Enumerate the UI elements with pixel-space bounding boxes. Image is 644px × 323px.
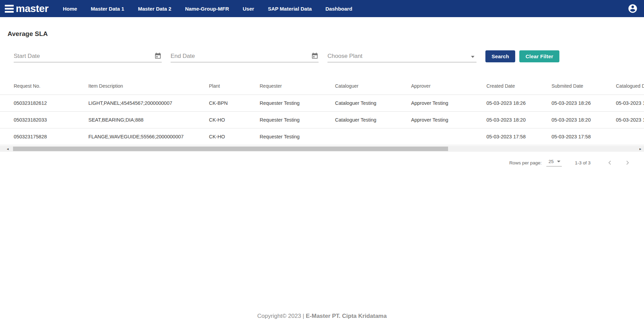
col-header-plant: Plant (209, 77, 260, 95)
cell-approver: Approver Testing (411, 112, 486, 128)
copyright-text: Copyright© 2023 | (257, 313, 306, 319)
top-navbar: master Home Master Data 1 Master Data 2 … (0, 0, 644, 17)
col-header-requester: Requester (260, 77, 335, 95)
end-date-calendar-icon[interactable] (311, 52, 319, 60)
scroll-right-arrow-icon[interactable]: ► (637, 146, 643, 152)
table-header-row: Request No. Item Description Plant Reque… (0, 77, 644, 95)
results-table: Request No. Item Description Plant Reque… (0, 77, 644, 145)
cell-approver: Approver Testing (411, 95, 486, 111)
cell-request-no: 050323175828 (0, 128, 88, 145)
nav-item-user[interactable]: User (243, 6, 254, 12)
nav-item-dashboard[interactable]: Dashboard (325, 6, 352, 12)
nav-item-master-data-2[interactable]: Master Data 2 (138, 6, 172, 12)
cell-created-date: 05-03-2023 17:58 (486, 128, 552, 145)
rows-per-page-value: 25 (548, 159, 554, 164)
start-date-calendar-icon[interactable] (154, 52, 162, 60)
cell-submited-date: 05-03-2023 18:26 (552, 95, 616, 111)
col-header-catalogued-date: Catalogued Date (616, 77, 644, 95)
table-row: 050323182612 LIGHT,PANEL;45454567;200000… (0, 95, 644, 112)
menu-icon[interactable] (5, 5, 14, 13)
choose-plant-placeholder: Choose Plant (327, 53, 362, 60)
search-button[interactable]: Search (485, 50, 515, 62)
account-icon[interactable] (628, 3, 638, 14)
cell-catalogued-date: 05-03-2023 18:20 (616, 112, 644, 128)
cell-request-no: 050323182033 (0, 112, 88, 128)
previous-page-button[interactable] (606, 159, 614, 167)
company-name: E-Master PT. Cipta Kridatama (306, 313, 387, 319)
choose-plant-select[interactable]: Choose Plant (327, 48, 476, 62)
nav-item-master-data-1[interactable]: Master Data 1 (91, 6, 124, 12)
results-table-viewport: Request No. Item Description Plant Reque… (0, 77, 644, 145)
cell-approver (411, 128, 486, 145)
pagination-bar: Rows per page: 25 1-3 of 3 (0, 156, 632, 170)
nav-item-sap-material-data[interactable]: SAP Material Data (268, 6, 312, 12)
cell-cataloguer: Cataloguer Testing (335, 95, 411, 111)
page-title: Average SLA (8, 30, 644, 38)
dropdown-arrow-icon (471, 56, 474, 58)
cell-plant: CK-BPN (209, 95, 260, 111)
end-date-field[interactable] (171, 48, 319, 62)
horizontal-scrollbar[interactable]: ◄ ► (0, 146, 644, 152)
col-header-submited-date: Submited Date (552, 77, 616, 95)
cell-catalogued-date (616, 128, 644, 145)
cell-created-date: 05-03-2023 18:26 (486, 95, 552, 111)
start-date-field[interactable] (14, 48, 162, 62)
cell-cataloguer: Cataloguer Testing (335, 112, 411, 128)
cell-plant: CK-HO (209, 128, 260, 145)
cell-submited-date: 05-03-2023 18:20 (552, 112, 616, 128)
scroll-left-arrow-icon[interactable]: ◄ (5, 146, 11, 152)
cell-created-date: 05-03-2023 18:20 (486, 112, 552, 128)
filter-bar: Choose Plant Search Clear Filter (14, 48, 644, 62)
cell-cataloguer (335, 128, 411, 145)
col-header-item-desc: Item Description (88, 77, 209, 95)
rows-per-page-label: Rows per page: (509, 160, 542, 165)
cell-request-no: 050323182612 (0, 95, 88, 111)
table-row: 050323182033 SEAT,BEARING;DIA;888 CK-HO … (0, 112, 644, 128)
cell-submited-date: 05-03-2023 17:58 (552, 128, 616, 145)
cell-item-desc: LIGHT,PANEL;45454567;2000000007 (88, 95, 209, 111)
end-date-input[interactable] (171, 53, 311, 60)
cell-plant: CK-HO (209, 112, 260, 128)
next-page-button[interactable] (623, 159, 632, 167)
nav-links: Home Master Data 1 Master Data 2 Name-Gr… (63, 6, 352, 12)
cell-requester: Requester Testing (260, 95, 335, 111)
cell-requester: Requester Testing (260, 112, 335, 128)
cell-catalogued-date: 05-03-2023 18:26 (616, 95, 644, 111)
col-header-cataloguer: Cataloguer (335, 77, 411, 95)
cell-item-desc: SEAT,BEARING;DIA;888 (88, 112, 209, 128)
footer: Copyright© 2023 | E-Master PT. Cipta Kri… (0, 313, 644, 320)
cell-item-desc: FLANGE,WAVEGUIDE;55566;2000000007 (88, 128, 209, 145)
rows-per-page-arrow-icon (557, 161, 560, 162)
clear-filter-button[interactable]: Clear Filter (519, 50, 559, 62)
col-header-created-date: Created Date (486, 77, 552, 95)
nav-item-name-group-mfr[interactable]: Name-Group-MFR (185, 6, 229, 12)
brand-logo[interactable]: master (5, 3, 48, 14)
scrollbar-thumb[interactable] (13, 147, 448, 151)
cell-requester: Requester Testing (260, 128, 335, 145)
pagination-range: 1-3 of 3 (575, 160, 591, 165)
rows-per-page-select[interactable]: 25 (546, 159, 562, 166)
table-row: 050323175828 FLANGE,WAVEGUIDE;55566;2000… (0, 128, 644, 145)
start-date-input[interactable] (14, 53, 154, 60)
col-header-approver: Approver (411, 77, 486, 95)
brand-name: master (16, 3, 48, 14)
nav-item-home[interactable]: Home (63, 6, 77, 12)
col-header-request-no: Request No. (0, 77, 88, 95)
